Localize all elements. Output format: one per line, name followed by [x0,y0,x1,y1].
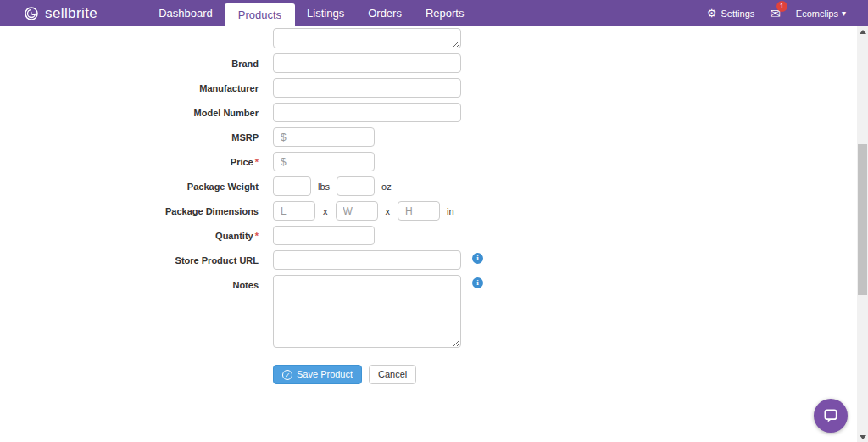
form-row-package-dimensions: Package Dimensions x x in [0,201,857,221]
weight-oz-unit: oz [381,182,392,192]
form-row-brand: Brand [0,53,857,73]
nav-reports[interactable]: Reports [414,0,476,26]
price-input[interactable] [273,152,375,171]
description-textarea-partial[interactable] [273,28,461,48]
model-number-input[interactable] [273,103,461,122]
dimension-length-input[interactable] [273,201,315,221]
navbar-right-cluster: ⚙ Settings ✉ 1 Ecomclips ▾ [707,0,846,26]
notification-badge: 1 [776,1,787,12]
check-circle-icon: ✓ [282,370,292,380]
quantity-label: Quantity [215,231,253,241]
dimension-unit: in [447,206,454,216]
settings-button[interactable]: ⚙ Settings [707,8,754,19]
settings-label: Settings [721,8,755,19]
sellbrite-logo[interactable]: sellbrite [24,0,97,26]
form-row-msrp: MSRP [0,127,857,147]
chat-launcher-button[interactable] [814,399,848,433]
brand-label: Brand [0,53,259,73]
nav-dashboard[interactable]: Dashboard [147,0,225,26]
caret-down-icon: ▾ [842,8,846,18]
nav-listings[interactable]: Listings [295,0,356,26]
msrp-input[interactable] [273,127,375,147]
scrollbar-thumb[interactable] [858,144,867,295]
form-row-manufacturer: Manufacturer [0,78,857,98]
sellbrite-logo-icon [24,6,39,21]
quantity-input[interactable] [273,226,375,245]
weight-lbs-unit: lbs [318,182,330,192]
store-product-url-input[interactable] [273,250,461,270]
top-navbar: sellbrite Dashboard Products Listings Or… [0,0,868,26]
model-number-label: Model Number [0,103,259,122]
info-icon[interactable]: i [472,277,483,288]
brand-name: sellbrite [45,5,97,22]
scrollbar-down-arrow[interactable] [857,432,868,442]
dimension-separator: x [386,206,391,216]
notes-label: Notes [0,275,259,348]
form-row-quantity: Quantity* [0,226,857,245]
nav-orders[interactable]: Orders [356,0,414,26]
form-row-notes: Notes i [0,275,857,348]
dimension-separator: x [323,206,328,216]
weight-lbs-input[interactable] [273,176,311,196]
manufacturer-input[interactable] [273,78,461,98]
save-product-button[interactable]: ✓ Save Product [273,365,362,384]
form-row-price: Price* [0,152,857,171]
save-product-label: Save Product [297,366,353,383]
nav-products[interactable]: Products [225,3,295,26]
package-weight-label: Package Weight [0,176,259,196]
cancel-label: Cancel [378,366,407,383]
dimension-height-input[interactable] [398,201,440,221]
price-label: Price [231,157,253,167]
brand-input[interactable] [273,53,461,73]
required-asterisk: * [255,157,259,167]
messages-button[interactable]: ✉ 1 [770,6,781,21]
gear-icon: ⚙ [707,8,717,19]
form-row-description [0,26,857,48]
dimension-width-input[interactable] [336,201,378,221]
main-nav: Dashboard Products Listings Orders Repor… [147,0,476,26]
form-row-store-product-url: Store Product URL i [0,250,857,270]
product-form: Brand Manufacturer Model Number MSRP Pri… [0,26,857,384]
vertical-scrollbar[interactable] [857,26,868,442]
chat-bubble-icon [822,407,839,424]
account-menu[interactable]: Ecomclips ▾ [796,8,846,19]
form-row-package-weight: Package Weight lbs oz [0,176,857,196]
cancel-button[interactable]: Cancel [369,365,416,384]
manufacturer-label: Manufacturer [0,78,259,98]
notes-textarea[interactable] [273,275,461,348]
account-name: Ecomclips [796,8,838,19]
required-asterisk: * [255,231,259,241]
info-icon[interactable]: i [472,253,483,264]
scrollbar-up-arrow[interactable] [857,26,868,36]
store-product-url-label: Store Product URL [0,250,259,270]
msrp-label: MSRP [0,127,259,147]
form-row-model-number: Model Number [0,103,857,122]
weight-oz-input[interactable] [337,176,375,196]
package-dimensions-label: Package Dimensions [0,201,259,221]
form-actions: ✓ Save Product Cancel [273,365,857,384]
